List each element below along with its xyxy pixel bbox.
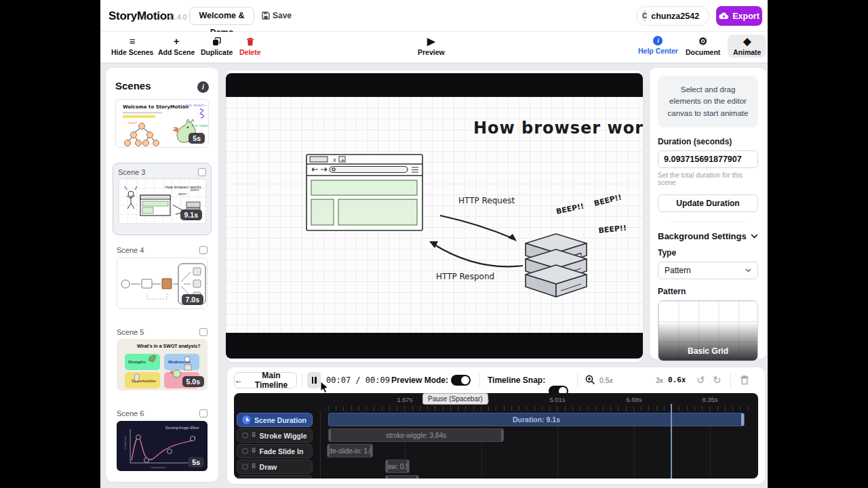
delete-button[interactable]: Delete (239, 36, 261, 56)
track-fade-in[interactable]: ⠿ Fade In (237, 475, 313, 479)
track-checkbox[interactable] (242, 464, 248, 470)
timeline-bar-stroke-wiggle[interactable]: stroke-wiggle: 3.84s (328, 428, 504, 442)
scene-duration-badge: 7.0s (182, 294, 203, 305)
scene-duration-badge: 5.0s (182, 376, 204, 387)
scenes-info-icon[interactable]: i (197, 81, 209, 93)
redo-icon[interactable]: ↻ (713, 374, 722, 386)
hide-scenes-button[interactable]: ≡ Hide Scenes (111, 36, 153, 56)
timeline-bar-fade-slide-in[interactable]: fade-slide-in: 1.00 (327, 444, 373, 458)
update-duration-button[interactable]: Update Duration (658, 195, 758, 212)
document-button[interactable]: ⚙ Document (686, 36, 720, 56)
hamburger-icon: ≡ (130, 36, 136, 47)
timeline-bar-scene-duration[interactable]: Duration: 9.1s (328, 413, 745, 426)
track-checkbox[interactable] (242, 432, 248, 439)
scene-row-4: Scene 4 (117, 246, 208, 254)
trash-icon (246, 36, 254, 47)
track-draw[interactable]: ⠿ Draw (237, 460, 313, 474)
play-icon: ▶ (427, 36, 435, 47)
preview-button[interactable]: ▶ Preview (418, 36, 445, 56)
project-title-input[interactable]: Welcome & Demo (189, 7, 254, 25)
track-checkbox[interactable] (242, 448, 248, 454)
pattern-option-basic-grid[interactable]: Basic Grid (658, 300, 758, 361)
scene-checkbox[interactable] (198, 168, 206, 176)
main-timeline-back-button[interactable]: ← Main Timeline (234, 372, 297, 388)
track-stroke-wiggle[interactable]: ⠿ Stroke Wiggle (237, 428, 313, 443)
scene-label: Scene 6 (117, 409, 144, 418)
duration-input[interactable] (658, 150, 758, 168)
pause-button[interactable] (307, 372, 321, 388)
info-icon: i (653, 36, 663, 45)
preview-mode-label: Preview Mode: (391, 375, 448, 385)
beep-label-2: BEEP!! (593, 192, 623, 208)
track-fade-slide-in[interactable]: ⠿ Fade Slide In (237, 444, 313, 458)
svg-text:~free dream~: ~free dream~ (182, 103, 207, 107)
thumb-welcome-title: Welcome to StoryMotion (123, 104, 189, 110)
scene-thumbnail-welcome[interactable]: Welcome to StoryMotion start! ~free drea… (115, 99, 209, 148)
zoom-min-label: 0.5x (599, 376, 613, 384)
thumb-chart-title: Dunning-Kruger Effect (165, 426, 199, 430)
pause-tooltip: Pause (Spacebar) (422, 393, 488, 405)
pattern-name: Basic Grid (658, 346, 757, 356)
svg-text:Competence: Competence (151, 466, 166, 469)
duration-label: Duration (seconds) (658, 137, 758, 146)
timeline-tracks-area[interactable]: 1.67s 3.34s 5.01s 6.68s 8.35s Scene Dura… (234, 393, 758, 479)
canvas-drawing: How browser works x + (226, 70, 643, 362)
save-button[interactable]: Save (262, 11, 292, 20)
scene-checkbox[interactable] (199, 246, 208, 254)
svg-text:BEEP!!: BEEP!! (178, 192, 187, 196)
drag-handle-icon[interactable]: ⠿ (252, 464, 256, 470)
duplicate-button[interactable]: Duplicate (201, 36, 233, 56)
zoom-in-icon[interactable] (585, 375, 595, 385)
ruler-tick-label: 5.01s (549, 396, 565, 403)
drag-handle-icon[interactable]: ⠿ (252, 432, 256, 439)
editor-canvas[interactable]: How browser works x + (226, 70, 643, 362)
add-scene-button[interactable]: + Add Scene (158, 36, 195, 56)
save-icon (262, 12, 270, 20)
scene-label: Scene 5 (117, 328, 144, 336)
scene-thumbnail-flowchart[interactable]: 7.0s (117, 258, 208, 309)
scene-row-5: Scene 5 (117, 328, 208, 336)
playhead[interactable] (671, 404, 672, 479)
ruler-tick-label: 6.68s (626, 396, 642, 403)
undo-icon[interactable]: ↺ (696, 374, 705, 386)
scene-thumbnail-swot[interactable]: What's in a SWOT analysis? Strengths Wea… (117, 339, 208, 390)
preview-mode-toggle[interactable] (451, 375, 471, 386)
scene-duration-badge: 5s (188, 457, 204, 468)
animate-tab[interactable]: ◆ Animate (728, 35, 766, 58)
inspector-panel: Select and drag elements on the editor c… (650, 68, 766, 359)
pattern-label: Pattern (658, 287, 758, 296)
timeline-panel: ← Main Timeline 00:07 / 00:09 Preview Mo… (227, 367, 765, 484)
track-scene-duration[interactable]: Scene Duration (237, 413, 313, 427)
screen: StoryMotion v1.4.0 Welcome & Demo Save C… (0, 0, 868, 488)
back-arrow-icon: ← (235, 375, 243, 385)
ruler-tick-label: 1.67s (397, 396, 412, 403)
canvas-title: How browser works (473, 119, 643, 138)
ruler-ticks (328, 406, 752, 411)
timeline-trash-icon[interactable] (740, 375, 749, 385)
export-button[interactable]: Export (716, 6, 762, 26)
scene-checkbox[interactable] (199, 409, 208, 418)
scene-row-6: Scene 6 (117, 409, 208, 418)
cloud-upload-icon (719, 12, 729, 20)
drag-handle-icon[interactable]: ⠿ (252, 448, 256, 454)
swot-strengths: Strengths (128, 360, 146, 364)
scene-thumbnail-chart[interactable]: Dunning-Kruger Effect Competence Confide… (117, 421, 208, 471)
app-version: v1.4.0 (168, 14, 186, 21)
clock-icon (242, 415, 251, 424)
scene-toolbar: ≡ Hide Scenes + Add Scene Duplicate Dele… (100, 32, 768, 63)
timeline-bar-draw[interactable]: draw: 0.50 (385, 460, 410, 473)
diamond-icon: ◆ (743, 36, 751, 47)
timeline-snap-label: Timeline Snap: (488, 375, 545, 385)
scene-checkbox[interactable] (199, 328, 208, 336)
save-label: Save (273, 11, 292, 20)
timeline-bar-fade-in[interactable]: fade-in: 0.74 (385, 475, 419, 479)
background-settings-header[interactable]: Background Settings (658, 231, 758, 241)
background-type-select[interactable]: Pattern (658, 262, 758, 279)
scene-duration-badge: 9.1s (180, 209, 202, 220)
help-center-button[interactable]: i Help Center (638, 36, 678, 55)
user-menu[interactable]: C chunza2542 (636, 6, 709, 26)
scene-label: Scene 3 (118, 168, 145, 176)
scene-thumbnail-browser[interactable]: How browser works BEEP!! BEEP!! 9.1s (118, 178, 206, 224)
avatar: C (642, 9, 647, 22)
app-logo: StoryMotion (108, 9, 174, 23)
